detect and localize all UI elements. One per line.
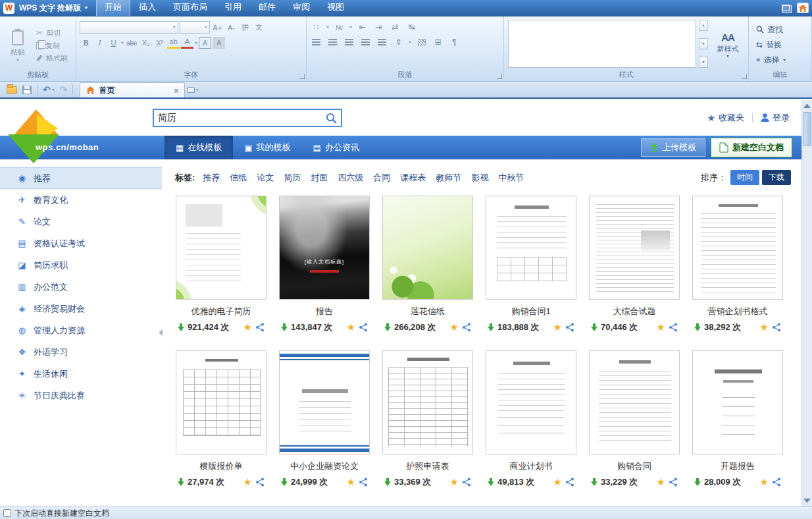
strikethrough-button[interactable]: abc (125, 37, 138, 49)
favorite-star-icon[interactable] (450, 321, 459, 333)
startup-checkbox-label[interactable]: 下次启动直接新建空白文档 (14, 508, 109, 519)
template-title[interactable]: 大综合试题 (613, 306, 656, 317)
sidebar-item[interactable]: ◉ 推荐 (0, 167, 162, 189)
template-title[interactable]: 莲花信纸 (411, 306, 445, 317)
template-card[interactable]: 大综合试题 70,446 次 (588, 196, 680, 333)
tag-link[interactable]: 论文 (257, 172, 274, 184)
shading-button[interactable] (415, 36, 428, 48)
tab-home-page[interactable]: 首页 (80, 82, 185, 97)
template-thumbnail[interactable] (692, 196, 783, 300)
tag-link[interactable]: 教师节 (436, 172, 461, 184)
justify-button[interactable] (359, 36, 372, 48)
template-card[interactable]: 营销企划书格式 38,292 次 (692, 196, 784, 333)
menu-tab[interactable]: 开始 (96, 0, 130, 16)
highlight-color-button[interactable]: ab (167, 37, 180, 49)
share-icon[interactable] (359, 323, 368, 332)
sidebar-item[interactable]: ❖ 外语学习 (0, 341, 162, 363)
style-gallery-more-icon[interactable] (699, 57, 708, 68)
logo-text[interactable]: wps.cn/moban (36, 142, 99, 152)
numbering-button[interactable] (333, 21, 345, 33)
share-icon[interactable] (565, 323, 574, 332)
template-thumbnail[interactable] (486, 350, 576, 454)
tag-link[interactable]: 课程表 (400, 172, 426, 184)
template-card[interactable]: 开题报告 28,009 次 (692, 350, 784, 488)
distribute-button[interactable] (376, 36, 388, 48)
share-icon[interactable] (669, 478, 678, 487)
sidebar-item[interactable]: ◈ 经济贸易财会 (0, 298, 162, 319)
share-icon[interactable] (255, 478, 265, 487)
save-button[interactable] (20, 84, 34, 96)
favorite-star-icon[interactable] (760, 476, 769, 488)
close-tab-icon[interactable] (174, 86, 179, 96)
app-title-menu[interactable]: WPS 文字 抢鲜版 (18, 0, 93, 16)
favorites-link[interactable]: 收藏夹 (707, 112, 744, 124)
home-window-icon[interactable] (797, 3, 809, 13)
style-gallery-down-icon[interactable] (699, 38, 708, 49)
copy-button[interactable]: 复制 (36, 41, 68, 51)
upload-template-button[interactable]: 上传模板 (641, 138, 705, 157)
tag-link[interactable]: 合同 (373, 172, 390, 184)
open-file-button[interactable] (4, 85, 20, 95)
sidebar-item[interactable]: ✦ 生活休闲 (0, 363, 162, 385)
template-title[interactable]: 开题报告 (721, 460, 755, 472)
template-title[interactable]: 护照申请表 (407, 460, 449, 472)
bullets-button[interactable] (310, 21, 322, 33)
align-left-button[interactable] (310, 36, 322, 48)
borders-button[interactable] (432, 36, 444, 48)
chevron-down-icon[interactable] (195, 42, 197, 44)
template-card[interactable]: 购销合同1 183,888 次 (485, 196, 577, 333)
underline-button[interactable]: U (107, 37, 120, 49)
template-thumbnail[interactable] (382, 350, 473, 454)
share-icon[interactable] (772, 478, 781, 487)
template-thumbnail[interactable] (176, 196, 266, 300)
sidebar-item[interactable]: ✎ 论文 (0, 211, 162, 232)
share-icon[interactable] (255, 323, 265, 332)
favorite-star-icon[interactable] (760, 321, 769, 333)
undo-button[interactable] (40, 82, 57, 97)
template-card[interactable]: 优雅的电子简历 921,424 次 (175, 196, 267, 333)
line-spacing-button[interactable] (392, 36, 405, 48)
template-title[interactable]: 购销合同1 (511, 306, 550, 317)
favorite-star-icon[interactable] (243, 321, 252, 333)
italic-button[interactable]: I (93, 37, 106, 49)
character-border-button[interactable]: A (199, 37, 211, 49)
format-painter-button[interactable]: 格式刷 (36, 53, 68, 63)
wps-moban-logo[interactable] (8, 109, 72, 167)
bold-button[interactable]: B (80, 37, 92, 49)
chevron-down-icon[interactable] (121, 42, 124, 44)
search-button[interactable] (322, 113, 341, 124)
search-input[interactable] (154, 113, 322, 123)
scrollbar-thumb[interactable] (803, 112, 811, 146)
sort-option[interactable]: 时间 (730, 170, 759, 185)
share-icon[interactable] (359, 478, 368, 487)
template-title[interactable]: 商业计划书 (510, 460, 553, 472)
font-family-select[interactable] (80, 21, 178, 34)
template-thumbnail[interactable] (589, 196, 680, 300)
sidebar-item[interactable]: ◪ 简历求职 (0, 254, 162, 276)
font-size-select[interactable] (180, 21, 210, 34)
template-thumbnail[interactable]: [输入文档标题] (279, 196, 370, 300)
find-button[interactable]: 查找 (756, 24, 807, 36)
tag-link[interactable]: 简历 (284, 172, 301, 184)
tag-link[interactable]: 推荐 (203, 172, 220, 184)
show-marks-button[interactable] (448, 36, 461, 48)
paste-button[interactable]: 粘贴 (3, 20, 32, 70)
align-right-button[interactable] (343, 36, 355, 48)
template-thumbnail[interactable] (279, 350, 370, 454)
asian-layout-button[interactable] (405, 21, 418, 33)
template-title[interactable]: 报告 (316, 306, 333, 317)
character-tool-button[interactable]: 文 (253, 22, 265, 34)
template-card[interactable]: [输入文档标题] 报告 143,847 次 (278, 196, 370, 333)
sidebar-item[interactable]: ✈ 教育文化 (0, 189, 162, 211)
sidebar-item[interactable]: ✳ 节日庆典比赛 (0, 385, 162, 406)
template-card[interactable]: 莲花信纸 266,208 次 (382, 196, 474, 333)
menu-tab[interactable]: 引用 (216, 0, 250, 16)
template-thumbnail[interactable] (382, 196, 473, 300)
increase-indent-button[interactable] (372, 21, 385, 33)
text-direction-button[interactable] (389, 21, 401, 33)
template-thumbnail[interactable] (589, 350, 680, 454)
superscript-button[interactable]: X² (153, 37, 166, 49)
replace-button[interactable]: 替换 (756, 40, 807, 51)
favorite-star-icon[interactable] (657, 321, 665, 333)
favorite-star-icon[interactable] (243, 476, 252, 488)
